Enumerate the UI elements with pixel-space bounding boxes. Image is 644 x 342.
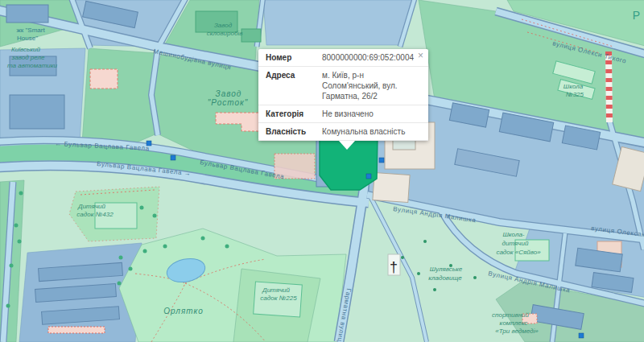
popup-tail [339, 141, 355, 150]
parcel-number: 8000000000:69:052:0004 [322, 52, 421, 63]
poi-label: "Росток" [208, 98, 249, 107]
map-marker [366, 174, 371, 179]
building [6, 5, 48, 23]
map-marker [579, 333, 584, 338]
poi-label: скловиробів [207, 30, 243, 37]
field-label: Категорія [266, 109, 319, 119]
poi-label: завод реле [11, 54, 45, 61]
building [242, 29, 261, 42]
poi-label: Школа [564, 83, 584, 90]
field-label: Адреса [266, 70, 319, 101]
poi-label: Школа- [502, 231, 524, 238]
poi-label: Завод [216, 89, 242, 98]
poi-label: та автоматики [7, 62, 58, 69]
popup-row-category: Категорія Не визначено [258, 105, 428, 123]
block [263, 0, 414, 45]
parcel-address: м. Київ, р-н Солом'янський, вул. Гарматн… [322, 70, 421, 101]
popup-row-address: Адреса м. Київ, р-н Солом'янський, вул. … [258, 67, 428, 105]
building-pink [48, 327, 105, 333]
cemetery-cross-icon: † [390, 259, 398, 275]
parcel-info-popup: × Номер 8000000000:69:052:0004 Адреса м.… [258, 49, 428, 141]
poi-label: кладовище [428, 274, 462, 282]
building-beige [373, 173, 410, 203]
poi-label: Завод [214, 22, 233, 29]
poi-label: Дитячий [262, 286, 291, 294]
popup-row-number: Номер 8000000000:69:052:0004 [258, 49, 428, 67]
parcel-ownership: Комунальна власність [322, 126, 421, 137]
poi-label: №325 [566, 91, 584, 98]
poi-label: Київський [11, 46, 40, 53]
field-label: Номер [266, 52, 319, 63]
building-pink [90, 69, 118, 89]
poi-label: Шулявське [430, 266, 463, 273]
poi-label: House" [17, 35, 38, 42]
parcel-category: Не визначено [322, 109, 421, 119]
poi-label: дитячий [502, 240, 529, 247]
building [10, 95, 64, 129]
poi-label: спортивний [492, 311, 529, 319]
popup-row-ownership: Власність Комунальна власність [258, 123, 428, 141]
map-marker [171, 155, 175, 160]
poi-label: Орлятко [163, 307, 204, 315]
poi-label: садок «Сяйво» [496, 249, 541, 256]
poi-label: садок №432 [76, 211, 114, 218]
map-marker [379, 158, 384, 163]
poi-label: садок №225 [260, 295, 297, 302]
poi-label: «Три ведмеді» [495, 328, 539, 335]
poi-label: Р [633, 9, 641, 22]
poi-label: Дитячий [77, 203, 106, 210]
field-label: Власність [266, 126, 319, 137]
poi-label: комплекс [500, 319, 528, 327]
poi-label: жк "Smart [16, 27, 45, 34]
popup-close-button[interactable]: × [418, 51, 423, 60]
